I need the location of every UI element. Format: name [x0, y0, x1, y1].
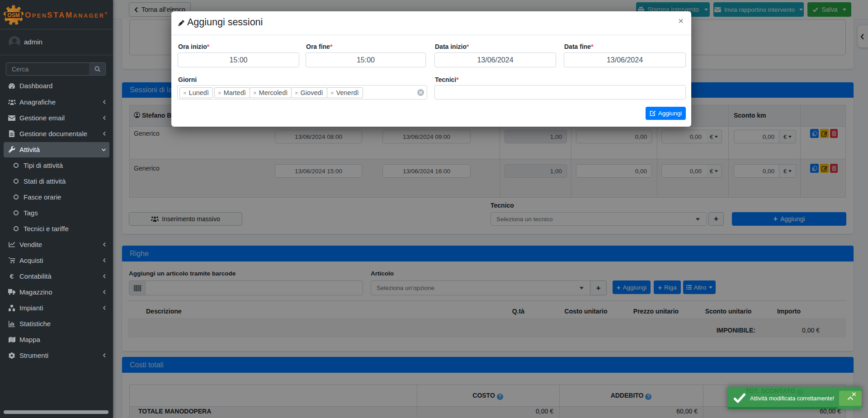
svg-text:OSM: OSM [7, 12, 19, 19]
